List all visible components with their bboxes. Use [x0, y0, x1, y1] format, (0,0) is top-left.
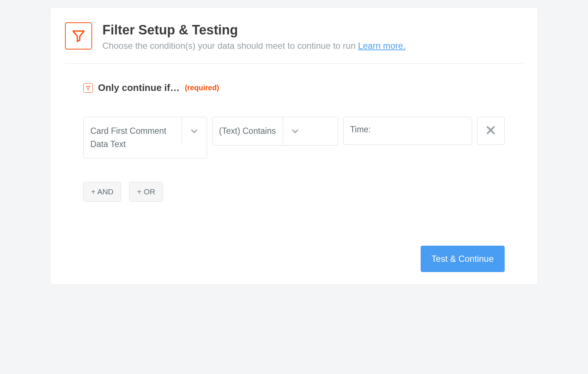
- page-subtitle: Choose the condition(s) your data should…: [102, 41, 406, 51]
- value-input[interactable]: Time:: [343, 117, 472, 145]
- chevron-down-icon: [283, 117, 308, 145]
- remove-condition-button[interactable]: [477, 117, 505, 145]
- svg-marker-0: [73, 31, 84, 41]
- close-icon: [485, 125, 496, 137]
- operator-select-value: (Text) Contains: [213, 117, 283, 145]
- condition-row: Card First Comment Data Text (Text) Cont…: [83, 117, 505, 158]
- field-select[interactable]: Card First Comment Data Text: [83, 117, 207, 158]
- test-continue-button[interactable]: Test & Continue: [421, 246, 505, 272]
- required-label: (required): [185, 84, 219, 92]
- logic-row: + AND + OR: [83, 182, 505, 202]
- learn-more-link[interactable]: Learn more.: [358, 41, 405, 51]
- filter-icon: [83, 83, 93, 93]
- filter-icon: [65, 22, 92, 50]
- condition-label-row: Only continue if… (required): [83, 82, 505, 94]
- condition-label: Only continue if…: [98, 82, 179, 94]
- chevron-down-icon: [182, 117, 207, 145]
- filter-setup-card: Filter Setup & Testing Choose the condit…: [50, 7, 538, 285]
- add-or-button[interactable]: + OR: [129, 182, 163, 202]
- svg-marker-1: [86, 86, 90, 90]
- page-title: Filter Setup & Testing: [102, 22, 406, 38]
- operator-select[interactable]: (Text) Contains: [212, 117, 338, 146]
- header-text: Filter Setup & Testing Choose the condit…: [102, 22, 406, 51]
- footer-row: Test & Continue: [83, 246, 505, 272]
- field-select-value: Card First Comment Data Text: [84, 117, 182, 158]
- body-section: Only continue if… (required) Card First …: [65, 64, 523, 272]
- header-row: Filter Setup & Testing Choose the condit…: [65, 22, 523, 64]
- add-and-button[interactable]: + AND: [83, 182, 121, 202]
